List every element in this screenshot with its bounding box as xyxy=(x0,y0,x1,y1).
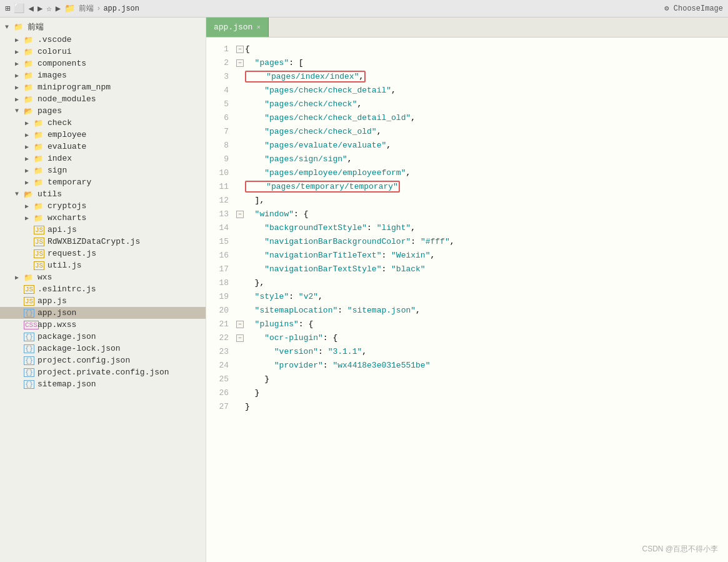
sidebar-item-project_private[interactable]: {}project.private.config.json xyxy=(0,366,206,378)
label-pages: pages xyxy=(37,106,62,116)
label-temporary: temporary xyxy=(47,178,91,187)
label-project_config: project.config.json xyxy=(37,356,130,365)
nav-run[interactable]: ▶ xyxy=(56,3,61,14)
choose-image-btn[interactable]: ⚙ ChooseImage xyxy=(664,4,723,13)
sidebar-root-label: 前端 xyxy=(27,21,44,33)
collapse-btn-2[interactable]: − xyxy=(236,59,244,67)
nav-back[interactable]: ◀ xyxy=(28,3,33,14)
collapse-btn-1[interactable]: − xyxy=(236,46,244,53)
line-num-23: 23 xyxy=(206,345,229,359)
sidebar-item-wxcharts[interactable]: 📁wxcharts xyxy=(0,212,206,224)
arrow-images xyxy=(15,72,24,79)
code-line-2: − "pages": [ xyxy=(236,56,718,70)
line-num-7: 7 xyxy=(206,125,229,139)
line-num-26: 26 xyxy=(206,386,229,400)
label-check: check xyxy=(47,118,72,128)
nav-icon-grid[interactable]: ⊞ xyxy=(5,3,10,14)
sidebar-item-miniprogram_npm[interactable]: 📁miniprogram_npm xyxy=(0,81,206,93)
arrow-wxcharts xyxy=(25,214,34,222)
sidebar-item-app_wxss[interactable]: CSSapp.wxss xyxy=(0,319,206,331)
icon-colorui: 📁 xyxy=(24,48,35,56)
sidebar-items-container: 📁.vscode📁colorui📁components📁images📁minip… xyxy=(0,34,206,390)
icon-vscode: 📁 xyxy=(24,36,35,44)
arrow-wxs xyxy=(15,274,24,281)
arrow-sign xyxy=(25,167,34,174)
code-line-1: −{ xyxy=(236,43,718,56)
icon-rdwx: JS xyxy=(34,238,45,246)
nav-forward[interactable]: ▶ xyxy=(37,3,42,14)
breadcrumb-root[interactable]: 前端 xyxy=(79,3,94,14)
sidebar-item-wxs[interactable]: 📁wxs xyxy=(0,271,206,283)
sidebar-item-images[interactable]: 📁images xyxy=(0,69,206,81)
label-app_js: app.js xyxy=(37,296,67,306)
sidebar-item-sitemap[interactable]: {}sitemap.json xyxy=(0,378,206,390)
sidebar-item-eslintrc[interactable]: JS.eslintrc.js xyxy=(0,283,206,295)
sidebar-item-sign[interactable]: 📁sign xyxy=(0,164,206,176)
root-arrow xyxy=(5,24,14,31)
sidebar-item-util_js[interactable]: JSutil.js xyxy=(0,259,206,271)
code-line-14: "backgroundTextStyle": "light", xyxy=(236,221,718,235)
sidebar-item-check[interactable]: 📁check xyxy=(0,117,206,129)
sidebar-item-temporary[interactable]: 📁temporary xyxy=(0,176,206,188)
line-num-20: 20 xyxy=(206,304,229,318)
sidebar-item-components[interactable]: 📁components xyxy=(0,58,206,69)
tab-close-btn[interactable]: × xyxy=(256,24,261,31)
label-components: components xyxy=(37,59,86,68)
sidebar-item-colorui[interactable]: 📁colorui xyxy=(0,46,206,58)
nav-icon-box[interactable]: ⬜ xyxy=(14,3,24,14)
icon-temporary: 📁 xyxy=(34,178,45,187)
code-container[interactable]: 1234567891011121314151617181920212223242… xyxy=(206,38,728,562)
line-num-9: 9 xyxy=(206,153,229,166)
icon-evaluate: 📁 xyxy=(34,143,45,151)
line-num-3: 3 xyxy=(206,70,229,84)
arrow-pages xyxy=(15,108,24,114)
label-eslintrc: .eslintrc.js xyxy=(37,284,96,294)
sidebar-item-app_js[interactable]: JSapp.js xyxy=(0,295,206,307)
root-folder-icon: 📁 xyxy=(14,23,25,31)
line-numbers: 1234567891011121314151617181920212223242… xyxy=(206,43,236,557)
line-num-13: 13 xyxy=(206,208,229,221)
editor-area: app.json × 12345678910111213141516171819… xyxy=(206,18,728,562)
sidebar-item-project_config[interactable]: {}project.config.json xyxy=(0,354,206,366)
sidebar-item-node_modules[interactable]: 📁node_modules xyxy=(0,93,206,105)
sidebar-item-cryptojs[interactable]: 📁cryptojs xyxy=(0,200,206,212)
collapse-btn-22[interactable]: − xyxy=(236,334,244,342)
label-wxs: wxs xyxy=(37,273,52,282)
icon-util_js: JS xyxy=(34,261,45,270)
sidebar-item-vscode[interactable]: 📁.vscode xyxy=(0,34,206,46)
sidebar-item-pages[interactable]: 📂pages xyxy=(0,105,206,117)
icon-sign: 📁 xyxy=(34,166,45,175)
code-line-23: "version": "3.1.1", xyxy=(236,345,718,359)
sidebar-item-utils[interactable]: 📂utils xyxy=(0,188,206,200)
sidebar-item-rdwx[interactable]: JSRdWXBiZDataCrypt.js xyxy=(0,236,206,248)
label-wxcharts: wxcharts xyxy=(47,213,86,223)
sidebar-item-package_lock[interactable]: {}package-lock.json xyxy=(0,343,206,354)
sidebar-item-api_js[interactable]: JSapi.js xyxy=(0,224,206,236)
breadcrumb-file[interactable]: app.json xyxy=(103,4,139,13)
sidebar-item-package_json[interactable]: {}package.json xyxy=(0,331,206,343)
icon-package_json: {} xyxy=(24,333,35,341)
sidebar-item-employee[interactable]: 📁employee xyxy=(0,129,206,141)
tab-app-json[interactable]: app.json × xyxy=(206,18,269,37)
arrow-miniprogram_npm xyxy=(15,84,24,91)
icon-api_js: JS xyxy=(34,226,45,234)
code-line-10: "pages/employee/employeeform", xyxy=(236,166,718,180)
line-num-21: 21 xyxy=(206,318,229,331)
sidebar-item-request_js[interactable]: JSrequest.js xyxy=(0,248,206,259)
sidebar-root[interactable]: 📁 前端 xyxy=(0,20,206,34)
code-line-20: "sitemapLocation": "sitemap.json", xyxy=(236,304,718,318)
sidebar-item-index[interactable]: 📁index xyxy=(0,153,206,164)
tab-label: app.json xyxy=(214,23,252,32)
collapse-btn-21[interactable]: − xyxy=(236,321,244,328)
label-index: index xyxy=(47,154,72,163)
sidebar-item-app_json[interactable]: {}app.json xyxy=(0,307,206,319)
sidebar-item-evaluate[interactable]: 📁evaluate xyxy=(0,141,206,153)
icon-components: 📁 xyxy=(24,59,35,68)
collapse-btn-13[interactable]: − xyxy=(236,211,244,218)
line-num-25: 25 xyxy=(206,373,229,386)
nav-star[interactable]: ☆ xyxy=(46,3,51,14)
line-num-22: 22 xyxy=(206,331,229,345)
icon-cryptojs: 📁 xyxy=(34,202,45,211)
icon-project_private: {} xyxy=(24,368,35,377)
code-line-27: } xyxy=(236,400,718,414)
